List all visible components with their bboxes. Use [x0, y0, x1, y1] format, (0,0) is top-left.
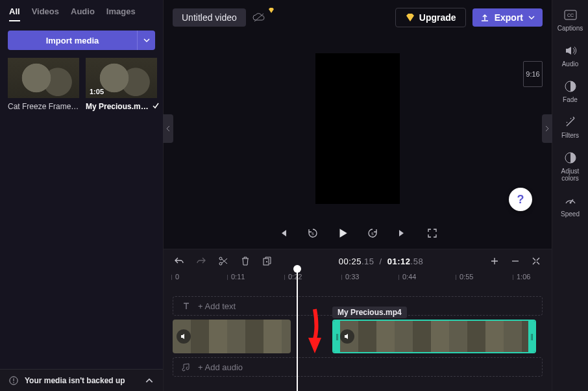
svg-point-6: [219, 257, 222, 260]
timeline-tracks: + Add text My Precious.mp4 || ||: [164, 287, 552, 391]
cloud-off-icon: [252, 12, 265, 23]
diamond-icon: [405, 13, 415, 22]
svg-text:5: 5: [312, 232, 314, 236]
forward-5-button[interactable]: 5: [366, 227, 379, 240]
speedometer-icon: [563, 194, 578, 208]
svg-point-13: [569, 202, 571, 204]
split-button[interactable]: [218, 256, 228, 266]
ruler-tick: 0:44: [402, 273, 416, 281]
zoom-fit-button[interactable]: [531, 256, 541, 266]
import-media-button[interactable]: Import media: [8, 31, 137, 50]
clip-handle-right[interactable]: ||: [528, 321, 535, 352]
captions-icon: CC: [563, 8, 578, 22]
media-item-label: My Precious.m…: [86, 102, 157, 111]
upgrade-button[interactable]: Upgrade: [395, 8, 466, 27]
import-media-dropdown[interactable]: [137, 31, 155, 50]
chevron-down-icon: [143, 37, 150, 44]
clip-volume-button[interactable]: [340, 329, 354, 344]
clip-volume-button[interactable]: [177, 329, 191, 344]
help-button[interactable]: ?: [509, 188, 532, 211]
svg-point-7: [219, 262, 222, 265]
video-clip-selected[interactable]: || ||: [332, 320, 536, 353]
rail-audio[interactable]: Audio: [552, 44, 588, 68]
media-duration: 1:05: [90, 88, 104, 95]
fit-icon: [532, 257, 541, 266]
time-total-frac: .58: [411, 257, 424, 266]
rail-label: Audio: [562, 60, 579, 68]
play-button[interactable]: [336, 227, 349, 240]
timeline-timecode: 00:25.15 / 01:12.58: [339, 257, 423, 266]
export-button[interactable]: Export: [472, 8, 543, 27]
upload-icon: [480, 13, 489, 22]
chevron-up-icon: [145, 376, 154, 385]
tab-audio[interactable]: Audio: [71, 6, 95, 21]
text-icon: [181, 301, 191, 311]
skip-start-button[interactable]: [276, 227, 289, 240]
skip-previous-icon: [278, 228, 288, 238]
rail-label: Filters: [561, 132, 579, 139]
rewind-5-button[interactable]: 5: [306, 227, 319, 240]
speaker-icon: [563, 44, 578, 58]
fade-icon: [563, 79, 578, 94]
forward-icon: 5: [367, 227, 378, 239]
rail-label: Speed: [561, 210, 580, 218]
media-item[interactable]: Cat Freeze Frame…: [8, 58, 79, 111]
aspect-ratio-button[interactable]: 9:16: [523, 61, 543, 87]
plus-icon: [490, 257, 499, 266]
redo-button[interactable]: [196, 256, 206, 266]
minus-icon: [511, 257, 520, 266]
audio-track-label: + Add audio: [198, 362, 243, 372]
undo-button[interactable]: [174, 256, 184, 266]
duplicate-button[interactable]: [262, 256, 273, 266]
chevron-right-icon: [545, 125, 550, 132]
preview-area: 9:16 ?: [164, 35, 552, 221]
media-item-label: Cat Freeze Frame…: [8, 102, 79, 111]
chevron-down-icon: [528, 14, 535, 21]
svg-text:5: 5: [371, 232, 374, 236]
backup-warning-text: Your media isn't backed up: [25, 376, 125, 385]
project-title[interactable]: Untitled video: [173, 8, 246, 27]
rail-adjust-colors[interactable]: Adjust colors: [552, 151, 588, 182]
clip-frames: [340, 321, 528, 352]
rail-filters[interactable]: Filters: [552, 115, 588, 139]
center-area: Untitled video Upgrade Export 9:16 ?: [164, 0, 552, 391]
media-item[interactable]: 1:05 My Precious.m…: [86, 58, 157, 111]
timeline-ruler[interactable]: 0 0:11 0:22 0:33 0:44 0:55 1:06: [164, 273, 552, 287]
ruler-tick: 0:33: [345, 273, 359, 281]
clip-label: My Precious.mp4: [332, 307, 407, 318]
properties-rail: CC Captions Audio Fade Filters Adjust co…: [552, 0, 588, 391]
rail-label: Captions: [557, 25, 583, 32]
tab-all[interactable]: All: [9, 6, 20, 21]
cloud-sync-off[interactable]: [252, 12, 265, 23]
audio-track[interactable]: + Add audio: [173, 357, 543, 377]
timeline-toolbar: 00:25.15 / 01:12.58: [164, 249, 552, 273]
tab-images[interactable]: Images: [106, 6, 136, 21]
delete-button[interactable]: [240, 256, 251, 266]
media-thumbnail: [8, 58, 79, 98]
check-icon: [152, 102, 160, 110]
ruler-tick: 0:55: [459, 273, 473, 281]
video-track: My Precious.mp4 || ||: [173, 320, 543, 353]
text-track-label: + Add text: [198, 301, 236, 311]
ruler-tick: 0: [175, 273, 179, 281]
panel-collapse-left[interactable]: [163, 114, 173, 143]
timeline: 00:25.15 / 01:12.58 0 0:11 0:22 0:33: [164, 249, 552, 391]
rail-captions[interactable]: CC Captions: [552, 8, 588, 32]
video-clip[interactable]: [173, 320, 291, 353]
fullscreen-button[interactable]: [426, 227, 439, 240]
rail-fade[interactable]: Fade: [552, 79, 588, 103]
backup-warning-bar[interactable]: Your media isn't backed up: [0, 369, 163, 391]
media-panel: All Videos Audio Images Import media Cat…: [0, 0, 164, 391]
time-current: 00:25: [339, 257, 361, 266]
zoom-in-button[interactable]: [489, 256, 500, 266]
rail-speed[interactable]: Speed: [552, 194, 588, 218]
clip-handle-left[interactable]: ||: [334, 321, 340, 352]
scissors-icon: [218, 256, 228, 266]
preview-canvas[interactable]: [315, 53, 400, 204]
panel-collapse-right[interactable]: [542, 114, 552, 143]
skip-end-button[interactable]: [396, 227, 409, 240]
tab-videos[interactable]: Videos: [32, 6, 59, 21]
ruler-tick: 0:22: [288, 273, 302, 281]
zoom-out-button[interactable]: [510, 256, 521, 266]
media-tabs: All Videos Audio Images: [0, 0, 163, 25]
